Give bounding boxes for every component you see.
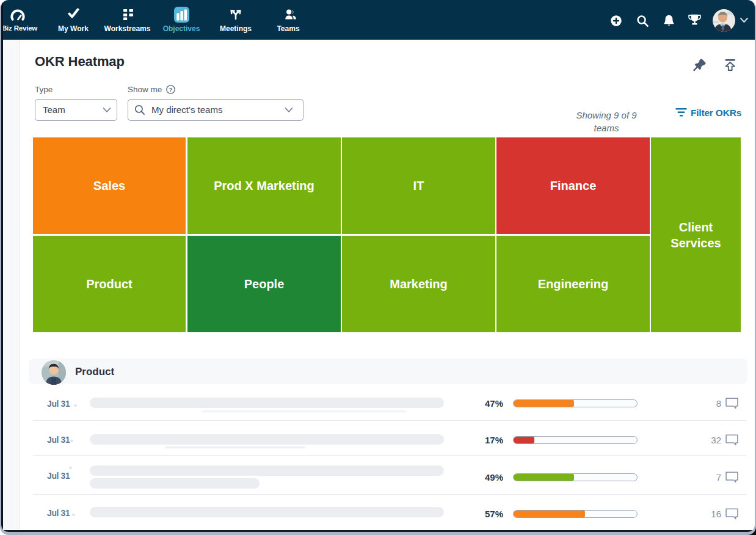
svg-text:?: ? — [169, 86, 173, 93]
